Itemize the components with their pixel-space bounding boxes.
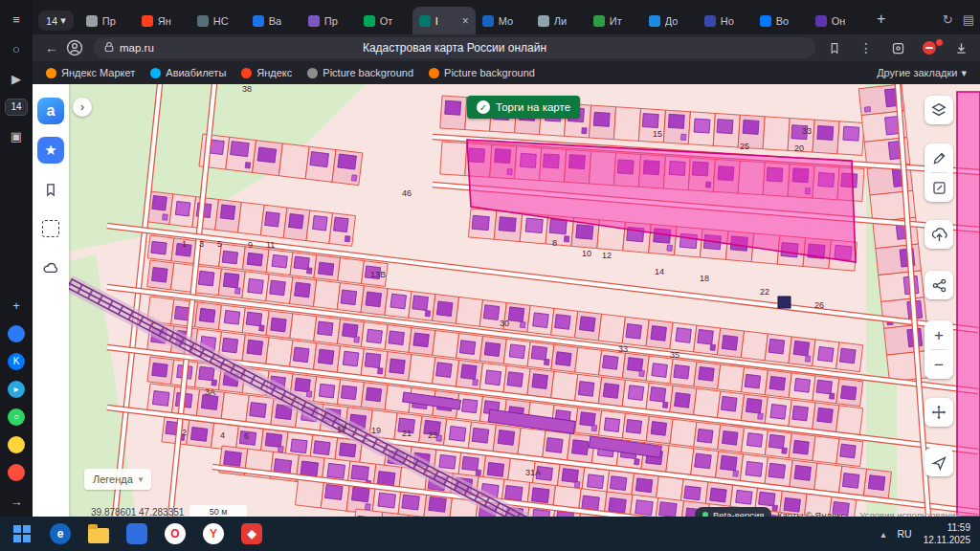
parcel-number-label: 13В	[370, 270, 386, 279]
parcel-number-label: 33	[618, 344, 628, 354]
parcel-number-label: 3	[199, 239, 204, 249]
tab-favicon	[760, 15, 771, 27]
bookmark-item[interactable]: Яндекс Маркет	[46, 67, 135, 78]
bookmark-label: Picture background	[444, 67, 535, 78]
zoom-in-button[interactable]: +	[924, 320, 953, 349]
other-bookmarks-button[interactable]: Другие закладки ▾	[877, 67, 967, 79]
tab-favicon	[364, 15, 375, 27]
tab-favicon	[253, 15, 264, 27]
tableau-icon[interactable]: ▶	[7, 69, 26, 88]
my-location-button[interactable]	[924, 448, 953, 476]
red-app-icon[interactable]	[8, 464, 25, 481]
new-tab-button[interactable]: +	[870, 8, 893, 31]
parcel-number-label: 25	[740, 142, 749, 151]
tab[interactable]: Ва	[246, 7, 301, 34]
hide-panel-icon[interactable]: →	[7, 492, 26, 511]
parcel-number-label: 2	[182, 428, 187, 437]
parcel-number-label: 14	[655, 267, 664, 276]
url-field[interactable]: map.ru Кадастровая карта России онлайн	[94, 37, 815, 58]
tray-expand-icon[interactable]: ▴	[880, 529, 885, 540]
bookmark-item[interactable]: Авиабилеты	[150, 67, 226, 78]
taskbar-app-blue-icon[interactable]: e	[48, 521, 73, 546]
clock[interactable]: 11:59 12.11.2025	[924, 521, 970, 546]
bookmark-favicon	[150, 68, 161, 78]
tab-close-icon[interactable]: ×	[462, 14, 469, 28]
bookmarks-flag-icon[interactable]	[37, 176, 64, 203]
downloads-icon[interactable]	[949, 41, 972, 55]
parcel-number-label: 23	[428, 430, 437, 440]
tab-label: Ли	[554, 15, 567, 27]
pan-mode-button[interactable]	[924, 398, 953, 427]
profile-avatar-icon[interactable]	[63, 39, 86, 56]
other-bookmarks-label: Другие закладки	[877, 67, 957, 78]
telegram-icon[interactable]: ▸	[8, 381, 25, 398]
back-button[interactable]: ←	[40, 40, 63, 55]
tab[interactable]: Он	[809, 7, 864, 34]
tab[interactable]: Пр	[79, 7, 135, 34]
menu-icon[interactable]: ≡	[7, 10, 26, 29]
whatsapp-icon[interactable]: ○	[8, 408, 25, 426]
tab[interactable]: Во	[753, 7, 809, 34]
add-shortcut-icon[interactable]: +	[7, 296, 26, 315]
tab[interactable]: Ит	[587, 7, 642, 34]
layers-button[interactable]	[924, 96, 953, 124]
tab-list-button[interactable]: 14 ▾	[38, 11, 74, 31]
screenshot-icon[interactable]: ▣	[7, 126, 26, 145]
tab[interactable]: Мо	[476, 7, 531, 34]
favorites-star-button[interactable]: ★	[37, 137, 64, 164]
vk-icon[interactable]: K	[8, 353, 25, 370]
share-button[interactable]	[924, 271, 953, 299]
yellow-app-icon[interactable]	[8, 436, 25, 453]
zoom-out-button[interactable]: −	[924, 350, 953, 379]
tab-favicon	[593, 15, 605, 27]
language-indicator[interactable]: RU	[898, 528, 912, 540]
tab[interactable]: НС	[190, 7, 246, 34]
cloud-icon[interactable]	[37, 254, 64, 281]
parcel-number-label: 33	[802, 126, 812, 136]
zen-icon[interactable]	[8, 325, 25, 342]
bookmark-item[interactable]: Яндекс	[241, 67, 292, 78]
pencil-tool-button[interactable]	[924, 143, 953, 172]
tabs-container: ПрЯнНСВаПрОтI×МоЛиИтДоНоВоОн	[79, 7, 864, 34]
tab[interactable]: От	[357, 7, 412, 34]
legend-button[interactable]: Легенда ▾	[84, 469, 151, 490]
tab[interactable]: Но	[698, 7, 753, 34]
edit-note-button[interactable]	[924, 173, 953, 202]
map-canvas[interactable]: 384615252033810121418222613591113В303335…	[69, 84, 980, 517]
tab-label: Он	[832, 15, 846, 27]
bookmark-item[interactable]: Picture background	[307, 67, 413, 78]
highlighted-quarter[interactable]	[957, 92, 980, 517]
trades-on-map-button[interactable]: ✓ Торги на карте	[467, 96, 580, 119]
select-area-icon[interactable]	[37, 215, 64, 242]
parcel-number-label: 9	[248, 240, 253, 250]
tab-counter-badge[interactable]: 14	[5, 99, 28, 116]
tab[interactable]: Ян	[135, 7, 190, 34]
time: 11:59	[924, 521, 970, 534]
expand-panel-button[interactable]: ›	[73, 98, 92, 117]
bookmark-item[interactable]: Picture background	[429, 67, 535, 78]
upload-button[interactable]	[924, 220, 953, 249]
chevron-down-icon: ▾	[139, 474, 144, 484]
yandex-browser-icon[interactable]: Y	[201, 521, 226, 546]
opera-icon[interactable]: O	[163, 521, 188, 546]
red-app-icon[interactable]: ◆	[239, 521, 264, 546]
start-button[interactable]	[10, 521, 34, 546]
tab-label: Ит	[610, 15, 622, 27]
yandex-maps-logo[interactable]: a	[37, 98, 64, 124]
bookmark-flag-icon[interactable]	[823, 41, 846, 55]
tab[interactable]: Ли	[531, 7, 587, 34]
tab[interactable]: До	[642, 7, 698, 34]
tab-label: Но	[721, 15, 734, 27]
file-explorer-icon[interactable]	[86, 521, 111, 546]
sync-icon[interactable]: ↻	[943, 12, 953, 27]
tab[interactable]: Пр	[301, 7, 357, 34]
profile-icon[interactable]: ○	[7, 39, 26, 58]
panel-toggle-icon[interactable]: ▤	[963, 12, 974, 27]
extension-icon[interactable]	[886, 41, 909, 55]
kebab-menu-icon[interactable]: ⋮	[855, 40, 878, 55]
taskbar-app-tile-icon[interactable]	[124, 521, 149, 546]
adblock-icon[interactable]	[918, 41, 941, 55]
tab-count: 14	[46, 15, 57, 27]
parcel-number-label: 20	[794, 143, 804, 153]
tab-active[interactable]: I×	[412, 7, 476, 34]
